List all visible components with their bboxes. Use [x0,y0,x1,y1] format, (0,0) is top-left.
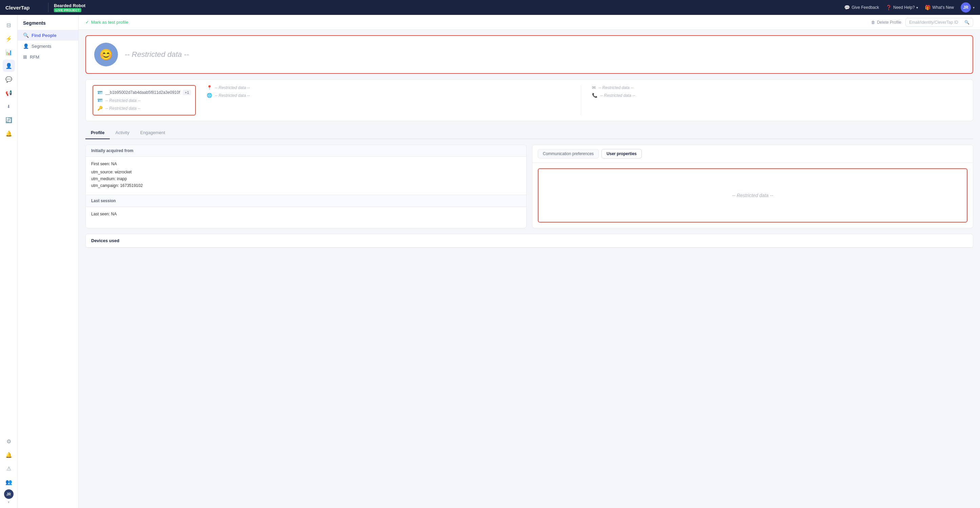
sidebar-item-people[interactable]: 👤 [3,60,15,72]
chart-icon: 📊 [5,49,12,56]
globe-item: 🌐 -- Restricted data -- [207,93,575,98]
profile-search-box[interactable]: Email/Identity/CleverTap ID 🔍 [905,18,973,27]
last-seen-row: Last seen: NA [91,212,521,216]
tab-engagement-label: Engagement [140,130,165,135]
profile-restricted-2: 🔑 -- Restricted data -- [97,106,191,111]
initially-acquired-header: Initially acquired from [86,145,526,157]
funnel-icon: ⬇ [7,104,11,109]
tab-engagement[interactable]: Engagement [135,127,171,139]
find-people-label: Find People [32,33,57,38]
user-properties-tab-label: User properties [606,151,637,156]
delete-profile-button[interactable]: 🗑 Delete Profile [871,20,901,25]
sidebar-item-funnel[interactable]: ⬇ [3,100,15,113]
need-help-button[interactable]: ❓ Need Help? ▾ [886,5,918,10]
top-bar-right: 🗑 Delete Profile Email/Identity/CleverTa… [871,18,973,27]
acquisition-card: Initially acquired from First seen: NA u… [85,144,527,228]
give-feedback-button[interactable]: 💬 Give Feedback [844,5,879,10]
sidebar-item-chart[interactable]: 📊 [3,46,15,58]
profile-id-text: __b1b95002d7ab4daab5f811d2a3e0910f [105,90,180,95]
chevron-icon: ▾ [8,500,10,504]
utm-medium-label: utm_medium: [91,176,116,181]
avatar-emoji: 😊 [99,48,113,61]
icon-sidebar: ⊟ ⚡ 📊 👤 💬 📢 ⬇ 🔄 🔔 ⚙ [0,15,18,508]
need-help-label: Need Help? [893,5,915,10]
content-top-bar: ✓ Mark as test profile 🗑 Delete Profile … [79,15,980,30]
last-session-header: Last session [86,195,526,207]
main-layout: ⊟ ⚡ 📊 👤 💬 📢 ⬇ 🔄 🔔 ⚙ [0,15,980,508]
phone-icon: 📞 [592,93,597,98]
chat-icon: 💬 [5,76,12,83]
activity-icon: ⚡ [5,36,12,42]
sidebar-item-dashboard[interactable]: ⊟ [3,19,15,31]
warning-icon: ⚠ [6,465,11,472]
id-card-icon: 🪪 [97,98,103,103]
sidebar-item-campaign[interactable]: 📢 [3,87,15,99]
topnav-right: 💬 Give Feedback ❓ Need Help? ▾ 🎁 What's … [844,2,975,13]
globe-restricted: -- Restricted data -- [215,93,250,98]
utm-fields: utm_source: wizrocket utm_medium: inapp … [91,170,521,188]
mark-test-check[interactable]: ✓ Mark as test profile [85,20,129,25]
tab-user-properties-btn[interactable]: User properties [601,149,642,159]
find-people-icon: 🔍 [23,33,29,38]
project-label: Bearded Robot LIVE PROJECT [54,3,85,12]
sidebar-item-warning[interactable]: ⚠ [3,462,15,475]
sidebar-item-team[interactable]: 👥 [3,476,15,488]
id-copy-badge[interactable]: +1 [183,90,191,95]
tab-profile[interactable]: Profile [85,127,110,139]
devices-card: Devices used [85,234,973,248]
dashboard-icon: ⊟ [6,22,11,29]
svg-text:CleverTap: CleverTap [5,5,29,11]
user-avatar[interactable]: JR [961,2,971,13]
utm-campaign-row: utm_campaign: 1673519102 [91,183,521,188]
utm-campaign-label: utm_campaign: [91,183,119,188]
sidebar-title: Segments [18,20,78,30]
search-icon: 🔍 [964,20,969,25]
help-icon: ❓ [886,5,892,10]
whats-new-button[interactable]: 🎁 What's New [925,5,954,10]
avatar-chevron-icon: ▾ [973,6,975,10]
key-icon: 🔑 [97,106,103,111]
tab-activity[interactable]: Activity [110,127,135,139]
sidebar-item-retention[interactable]: 🔄 [3,114,15,126]
profile-contact-col: 📍 -- Restricted data -- 🌐 -- Restricted … [201,85,581,116]
sidebar-item-alert[interactable]: 🔔 [3,127,15,140]
workspace-initials: JR [6,492,11,496]
top-navigation: CleverTap Bearded Robot LIVE PROJECT 💬 G… [0,0,980,15]
last-session-body: Last seen: NA [86,207,526,223]
user-menu[interactable]: JR ▾ [961,2,975,13]
phone-restricted: -- Restricted data -- [600,93,635,98]
people-icon: 👤 [5,63,12,69]
user-properties-restricted-text: -- Restricted data -- [732,193,773,198]
email-item: ✉ -- Restricted data -- [592,85,961,90]
sidebar-item-activity[interactable]: ⚡ [3,33,15,45]
profile-restricted-1: 🪪 -- Restricted data -- [97,98,191,103]
retention-icon: 🔄 [5,117,12,123]
profile-id-col: 🪪 __b1b95002d7ab4daab5f811d2a3e0910f +1 … [92,85,196,116]
email-icon: ✉ [592,85,596,90]
utm-medium-row: utm_medium: inapp [91,176,521,181]
sidebar-item-notifications[interactable]: 🔔 [3,449,15,461]
utm-source-row: utm_source: wizrocket [91,170,521,175]
nav-segments[interactable]: 👤 Segments [18,41,78,51]
right-properties-card: Communication preferences User propertie… [532,144,973,228]
checkmark-icon: ✓ [85,20,89,25]
sidebar-item-settings[interactable]: ⚙ [3,435,15,448]
sidebar-bottom: ⚙ 🔔 ⚠ 👥 JR ▾ [3,435,15,504]
nav-find-people[interactable]: 🔍 Find People [18,30,78,41]
globe-icon: 🌐 [207,93,212,98]
workspace-avatar[interactable]: JR [4,489,14,499]
first-seen-label: First seen: [91,162,110,166]
last-seen-value: NA [111,212,117,216]
sidebar-item-chat[interactable]: 💬 [3,73,15,85]
tab-communication-btn[interactable]: Communication preferences [538,149,599,159]
initially-acquired-body: First seen: NA utm_source: wizrocket utm… [86,157,526,195]
restricted-field-2: -- Restricted data -- [105,106,140,111]
nav-rfm[interactable]: ⊞ RFM [18,51,78,62]
location-icon: 📍 [207,85,212,90]
project-name: Bearded Robot [54,3,85,8]
live-badge: LIVE PROJECT [54,8,81,12]
restricted-field-1: -- Restricted data -- [105,98,140,103]
search-placeholder-text: Email/Identity/CleverTap ID [909,20,963,25]
tab-profile-label: Profile [91,130,104,135]
whats-new-label: What's New [932,5,954,10]
